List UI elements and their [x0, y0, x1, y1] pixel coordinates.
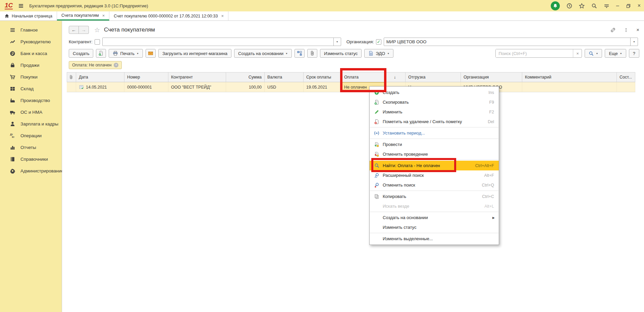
favorites-star-icon[interactable] [579, 3, 585, 9]
restore-window-icon[interactable] [626, 3, 631, 8]
sort-indicator[interactable]: ↓ [384, 72, 406, 82]
cell-status[interactable] [617, 82, 635, 92]
functions-menu-icon[interactable] [604, 3, 609, 9]
search-input[interactable] [496, 49, 573, 57]
tab-label: Счета покупателям [61, 13, 99, 18]
column-header-shipment[interactable]: Отгрузка [406, 72, 461, 82]
organization-input[interactable] [384, 38, 630, 46]
sidebar-item-bank-cash[interactable]: Банк и касса [0, 48, 62, 59]
close-form-icon[interactable]: × [636, 27, 639, 33]
create-based-on-button[interactable]: Создать на основании▼ [234, 49, 292, 58]
table-row[interactable]: 14.05.2021 0000-000001 ООО "ВЕСТ ТРЕЙД" … [67, 82, 635, 92]
paperclip-icon [69, 75, 73, 80]
column-header-organization[interactable]: Организация [461, 72, 522, 82]
cell-comment[interactable] [522, 82, 617, 92]
menu-item-copy-new[interactable]: Скопировать F9 [370, 97, 499, 107]
help-button[interactable]: ? [629, 49, 639, 58]
sidebar-item-operations[interactable]: Операции [0, 130, 62, 142]
active-filter-chip[interactable]: Оплата: Не оплачен × [69, 61, 122, 69]
more-dots-icon[interactable] [624, 28, 629, 33]
email-button[interactable] [146, 49, 156, 58]
global-search-icon[interactable] [591, 3, 597, 9]
sidebar-item-fixed-assets[interactable]: ОС и НМА [0, 106, 62, 118]
cell-currency[interactable]: USD [265, 82, 304, 92]
create-copy-button[interactable] [96, 49, 106, 58]
nav-forward-button[interactable]: → [79, 26, 89, 34]
column-header-number[interactable]: Номер [124, 72, 168, 82]
column-header-date[interactable]: Дата [76, 72, 124, 82]
tab-invoices-list[interactable]: Счета покупателям × [57, 11, 109, 20]
cell-due-date[interactable]: 19.05.2021 [304, 82, 341, 92]
column-header-payment[interactable]: Оплата [341, 72, 384, 82]
remove-filter-icon[interactable]: × [114, 63, 118, 67]
menu-item-cancel-search[interactable]: Отменить поиск Ctrl+Q [370, 180, 499, 190]
nav-back-button[interactable]: ← [69, 26, 79, 34]
menu-item-change-status[interactable]: Изменить статус [370, 222, 499, 232]
sidebar-item-salary-hr[interactable]: Зарплата и кадры [0, 118, 62, 130]
kontragent-input[interactable] [103, 38, 333, 46]
column-header-due-date[interactable]: Срок оплаты [304, 72, 341, 82]
menu-item-find-payment-unpaid[interactable]: Найти: Оплата - Не оплачен Ctrl+Alt+F [370, 161, 499, 170]
sidebar-item-production[interactable]: Производство [0, 95, 62, 106]
sidebar-item-reports[interactable]: Отчеты [0, 142, 62, 153]
menu-item-edit-selected[interactable]: Изменить выделенные... [370, 234, 499, 244]
menu-item-create[interactable]: Создать Ins [370, 88, 499, 97]
history-icon[interactable] [567, 3, 572, 9]
close-window-button[interactable]: × [638, 3, 641, 8]
menu-item-mark-deletion[interactable]: Пометить на удаление / Снять пометку Del [370, 117, 499, 126]
column-header-comment[interactable]: Комментарий [522, 72, 617, 82]
kontragent-combo[interactable]: ▼ [102, 38, 341, 46]
search-box[interactable]: × [495, 49, 582, 58]
main-menu-icon[interactable] [18, 3, 24, 9]
tab-home[interactable]: Начальная страница [0, 11, 57, 20]
change-status-button[interactable]: Изменить статус [320, 49, 362, 58]
menu-item-set-period[interactable]: Установить период... [370, 128, 499, 138]
cell-date[interactable]: 14.05.2021 [76, 82, 124, 92]
dropdown-button[interactable]: ▼ [630, 38, 638, 46]
column-header-currency[interactable]: Валюта [265, 72, 304, 82]
sidebar-item-warehouse[interactable]: Склад [0, 83, 62, 95]
column-header-status[interactable]: Сост... [617, 72, 635, 82]
organization-checkbox[interactable] [376, 39, 381, 45]
dropdown-button[interactable]: ▼ [333, 38, 341, 46]
attachment-column-header[interactable] [67, 72, 76, 82]
get-link-icon[interactable] [610, 27, 616, 33]
minimize-button[interactable]: – [616, 3, 619, 8]
cell-sum[interactable]: 100,00 [226, 82, 265, 92]
load-from-webshop-button[interactable]: Загрузить из интернет-магазина [158, 49, 231, 58]
caret-down-icon: ▼ [596, 52, 598, 55]
menu-item-copy-clipboard[interactable]: Копировать Ctrl+C [370, 192, 499, 201]
section-sidebar: Главное Руководителю Банк и касса Продаж… [0, 21, 62, 312]
menu-item-edit[interactable]: Изменить F2 [370, 107, 499, 117]
edo-button[interactable]: ЭДО▼ [364, 49, 393, 58]
favorite-star-icon[interactable]: ☆ [94, 26, 100, 34]
menu-item-search-everywhere: Искать везде Alt+L [370, 201, 499, 211]
tab-close-icon[interactable]: × [221, 13, 224, 18]
organization-combo[interactable]: ▼ [384, 38, 638, 46]
tab-invoice-document[interactable]: Счет покупателю 0000-000002 от 17.05.202… [109, 11, 228, 20]
menu-item-post[interactable]: Провести [370, 140, 499, 149]
sidebar-item-administration[interactable]: Администрирование [0, 165, 62, 177]
clear-search-icon[interactable]: × [573, 49, 582, 57]
sidebar-item-main[interactable]: Главное [0, 24, 62, 36]
column-header-kontragent[interactable]: Контрагент [168, 72, 226, 82]
search-options-button[interactable]: ▼ [585, 49, 602, 58]
notifications-button[interactable] [551, 1, 560, 10]
sidebar-item-manager[interactable]: Руководителю [0, 36, 62, 48]
sidebar-item-directories[interactable]: Справочники [0, 153, 62, 165]
cell-number[interactable]: 0000-000001 [124, 82, 168, 92]
kontragent-checkbox[interactable] [95, 39, 100, 45]
sidebar-item-purchases[interactable]: Покупки [0, 71, 62, 83]
structure-button[interactable] [294, 49, 305, 58]
menu-item-advanced-search[interactable]: Расширенный поиск Alt+F [370, 170, 499, 180]
menu-item-unpost[interactable]: Отменить проведение [370, 149, 499, 159]
create-button[interactable]: Создать [69, 49, 93, 58]
tab-close-icon[interactable]: × [102, 13, 105, 18]
more-button[interactable]: Еще▼ [605, 49, 626, 58]
cell-kontragent[interactable]: ООО "ВЕСТ ТРЕЙД" [168, 82, 226, 92]
column-header-sum[interactable]: Сумма [226, 72, 265, 82]
print-button[interactable]: Печать▼ [109, 49, 143, 58]
sidebar-item-sales[interactable]: Продажи [0, 59, 62, 71]
attachments-button[interactable] [307, 49, 317, 58]
menu-item-create-based-on[interactable]: Создать на основании ▶ [370, 213, 499, 222]
